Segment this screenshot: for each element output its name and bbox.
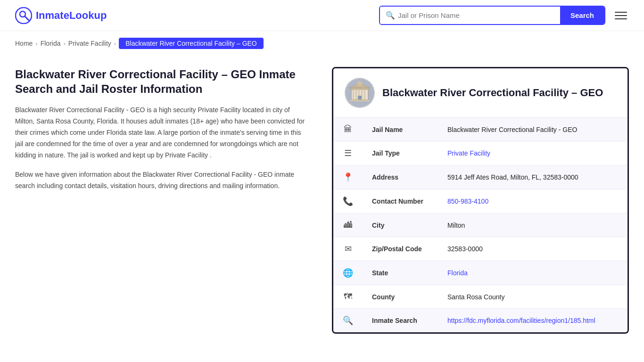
row-value: Florida (438, 261, 627, 285)
row-label: County (363, 285, 438, 309)
info-card: Blackwater River Correctional Facility –… (332, 67, 629, 334)
table-row: 📞Contact Number850-983-4100 (333, 189, 627, 214)
breadcrumb-home[interactable]: Home (15, 40, 33, 47)
page-description-2: Below we have given information about th… (15, 169, 307, 192)
breadcrumb-state[interactable]: Florida (41, 40, 61, 47)
breadcrumb-type[interactable]: Private Facility (68, 40, 111, 47)
main-content: Blackwater River Correctional Facility –… (0, 56, 644, 353)
table-row: 📍Address5914 Jeff Ates Road, Milton, FL,… (333, 165, 627, 189)
row-value: https://fdc.myflorida.com/facilities/reg… (438, 309, 627, 333)
row-icon: 📍 (333, 165, 363, 189)
svg-rect-7 (355, 90, 357, 100)
row-label: Zip/Postal Code (363, 237, 438, 261)
breadcrumb-sep-2: › (64, 40, 66, 47)
row-link[interactable]: https://fdc.myflorida.com/facilities/reg… (447, 317, 595, 324)
left-column: Blackwater River Correctional Facility –… (15, 67, 317, 334)
search-bar: 🔍 Search (379, 6, 605, 25)
row-icon: ✉ (333, 237, 363, 261)
svg-rect-13 (350, 100, 370, 101)
svg-rect-10 (364, 90, 365, 100)
row-label: City (363, 214, 438, 237)
row-value: 5914 Jeff Ates Road, Milton, FL, 32583-0… (438, 165, 627, 189)
info-table: 🏛Jail NameBlackwater River Correctional … (333, 118, 627, 332)
building-icon (346, 79, 374, 107)
row-label: Contact Number (363, 189, 438, 214)
hamburger-menu[interactable] (613, 10, 629, 21)
row-label: State (363, 261, 438, 285)
table-row: 🏙CityMilton (333, 214, 627, 237)
card-header: Blackwater River Correctional Facility –… (333, 68, 627, 118)
svg-line-2 (25, 16, 29, 20)
row-value: Milton (438, 214, 627, 237)
row-icon: 🗺 (333, 285, 363, 309)
row-icon: 🔍 (333, 309, 363, 333)
right-column: Blackwater River Correctional Facility –… (332, 67, 629, 334)
logo-text: InmateLookup (36, 9, 107, 22)
page-description-1: Blackwater River Correctional Facility -… (15, 105, 307, 161)
table-row: 🌐StateFlorida (333, 261, 627, 285)
row-icon: 🌐 (333, 261, 363, 285)
row-label: Jail Name (363, 118, 438, 141)
row-link[interactable]: Private Facility (447, 149, 490, 157)
row-icon: 📞 (333, 189, 363, 214)
svg-rect-11 (358, 96, 362, 100)
row-label: Inmate Search (363, 309, 438, 333)
search-button[interactable]: Search (560, 7, 604, 24)
breadcrumb-current: Blackwater River Correctional Facility –… (119, 38, 264, 49)
hamburger-line-3 (615, 18, 627, 19)
row-value: Santa Rosa County (438, 285, 627, 309)
row-icon: 🏙 (333, 214, 363, 237)
breadcrumb: Home › Florida › Private Facility › Blac… (0, 31, 644, 56)
search-input-wrapper: 🔍 (380, 7, 560, 24)
row-value: Private Facility (438, 141, 627, 165)
hamburger-line-2 (615, 15, 627, 16)
svg-point-15 (357, 81, 363, 86)
row-icon: ☰ (333, 141, 363, 165)
site-logo[interactable]: InmateLookup (15, 7, 107, 24)
svg-rect-5 (350, 88, 369, 90)
table-row: 🔍Inmate Searchhttps://fdc.myflorida.com/… (333, 309, 627, 333)
breadcrumb-sep-3: › (114, 40, 116, 47)
row-link[interactable]: Florida (447, 269, 468, 277)
card-title: Blackwater River Correctional Facility –… (382, 87, 603, 99)
breadcrumb-sep-1: › (35, 40, 37, 47)
hamburger-line-1 (615, 12, 627, 13)
row-value: 850-983-4100 (438, 189, 627, 214)
table-row: 🗺CountySanta Rosa County (333, 285, 627, 309)
row-label: Jail Type (363, 141, 438, 165)
page-title: Blackwater River Correctional Facility –… (15, 67, 307, 96)
table-row: ✉Zip/Postal Code32583-0000 (333, 237, 627, 261)
table-row: 🏛Jail NameBlackwater River Correctional … (333, 118, 627, 141)
header-right: 🔍 Search (379, 6, 629, 25)
row-value: 32583-0000 (438, 237, 627, 261)
svg-point-0 (16, 8, 32, 24)
row-icon: 🏛 (333, 118, 363, 141)
facility-image (345, 78, 375, 108)
row-link[interactable]: 850-983-4100 (447, 197, 488, 205)
table-row: ☰Jail TypePrivate Facility (333, 141, 627, 165)
logo-icon (15, 7, 32, 24)
svg-rect-6 (353, 90, 354, 100)
search-input[interactable] (380, 7, 560, 24)
svg-rect-12 (351, 99, 369, 100)
row-value: Blackwater River Correctional Facility -… (438, 118, 627, 141)
row-label: Address (363, 165, 438, 189)
site-header: InmateLookup 🔍 Search (0, 0, 644, 31)
